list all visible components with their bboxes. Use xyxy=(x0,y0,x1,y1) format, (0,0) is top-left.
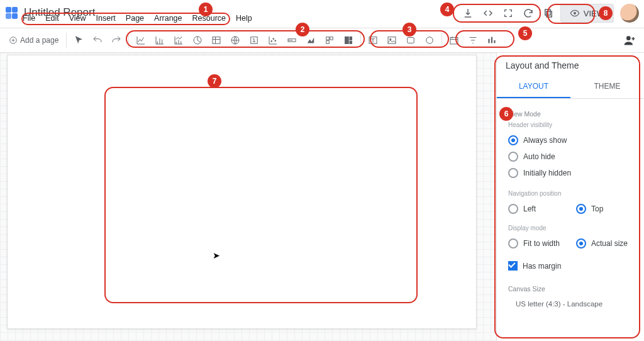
radio-auto-hide[interactable]: Auto hide xyxy=(508,148,644,165)
checkbox-has-margin[interactable]: Has margin xyxy=(508,258,644,274)
eye-icon xyxy=(570,8,580,18)
radio-icon xyxy=(508,238,518,249)
user-avatar[interactable] xyxy=(620,4,639,23)
section-header-visibility: Header visibility xyxy=(508,121,644,128)
svg-rect-1 xyxy=(545,9,550,15)
checkbox-icon xyxy=(508,261,518,271)
radio-icon xyxy=(508,204,518,214)
svg-rect-17 xyxy=(350,41,353,44)
radio-icon xyxy=(508,152,518,162)
date-range-icon[interactable] xyxy=(445,31,464,50)
fullscreen-icon[interactable] xyxy=(500,5,516,21)
rectangle-tool-icon[interactable] xyxy=(401,31,420,50)
chart-tools xyxy=(131,31,358,50)
radio-label: Auto hide xyxy=(523,152,555,161)
add-people-icon[interactable] xyxy=(621,32,638,48)
menu-help[interactable]: Help xyxy=(236,14,252,23)
canvas-size-value[interactable]: US letter (4:3) - Landscape xyxy=(508,296,644,308)
line-chart-icon[interactable] xyxy=(131,31,150,50)
svg-rect-0 xyxy=(547,11,552,17)
radio-nav-left[interactable]: Left xyxy=(508,201,576,217)
menu-view[interactable]: View xyxy=(69,14,86,23)
report-canvas[interactable] xyxy=(8,55,476,328)
scorecard-icon[interactable] xyxy=(245,31,264,50)
refresh-icon[interactable] xyxy=(520,5,536,21)
right-panel: Layout and Theme LAYOUT THEME View Mode … xyxy=(496,53,644,341)
panel-tabs: LAYOUT THEME xyxy=(497,75,644,99)
embed-icon[interactable] xyxy=(480,5,496,21)
panel-body: View Mode Header visibility Always show … xyxy=(497,99,644,313)
svg-point-24 xyxy=(626,36,631,40)
svg-rect-13 xyxy=(330,37,333,40)
svg-point-20 xyxy=(390,38,391,40)
download-icon[interactable] xyxy=(460,5,476,21)
bar-chart-icon[interactable] xyxy=(150,31,169,50)
add-page-label: Add a page xyxy=(20,36,58,45)
separator xyxy=(66,33,67,48)
redo-icon[interactable] xyxy=(107,31,126,50)
image-tool-icon[interactable] xyxy=(382,31,401,50)
section-canvas-size: Canvas Size xyxy=(508,285,644,293)
svg-rect-16 xyxy=(350,36,353,40)
filter-control-icon[interactable] xyxy=(464,31,482,50)
tab-layout[interactable]: LAYOUT xyxy=(497,75,570,98)
tab-theme[interactable]: THEME xyxy=(570,75,644,98)
canvas-area[interactable]: ➤ xyxy=(0,53,496,341)
svg-rect-23 xyxy=(450,38,458,45)
geo-chart-icon[interactable] xyxy=(226,31,245,50)
menu-file[interactable]: File xyxy=(23,14,35,23)
pivot-icon[interactable] xyxy=(320,31,339,50)
radio-nav-top[interactable]: Top xyxy=(576,201,644,217)
pie-chart-icon[interactable] xyxy=(188,31,207,50)
menu-edit[interactable]: Edit xyxy=(45,14,59,23)
radio-always-show[interactable]: Always show xyxy=(508,132,644,148)
header: Untitled Report File Edit View Insert Pa… xyxy=(0,0,644,24)
radio-label: Initially hidden xyxy=(523,169,571,177)
menubar: File Edit View Insert Page Arrange Resou… xyxy=(23,14,252,23)
view-button[interactable]: VIEW xyxy=(560,4,614,23)
checkbox-label: Has margin xyxy=(523,262,561,271)
radio-initially-hidden[interactable]: Initially hidden xyxy=(508,165,644,181)
radio-label: Top xyxy=(591,204,603,213)
section-view-mode: View Mode xyxy=(508,110,644,118)
combo-chart-icon[interactable] xyxy=(169,31,188,50)
menu-page[interactable]: Page xyxy=(126,14,144,23)
copy-icon[interactable] xyxy=(540,5,557,21)
select-tool-icon[interactable] xyxy=(69,31,88,50)
area-chart-icon[interactable] xyxy=(301,31,320,50)
cursor-icon: ➤ xyxy=(213,250,220,260)
section-navigation-position: Navigation position xyxy=(508,190,644,197)
data-control-icon[interactable] xyxy=(482,31,501,50)
svg-rect-21 xyxy=(408,38,414,43)
svg-point-9 xyxy=(273,38,274,40)
radio-icon xyxy=(576,238,586,249)
separator xyxy=(360,33,361,48)
bullet-chart-icon[interactable] xyxy=(282,31,301,50)
panel-title: Layout and Theme xyxy=(497,53,644,75)
radio-actual-size[interactable]: Actual size xyxy=(576,235,644,252)
scatter-chart-icon[interactable] xyxy=(264,31,282,50)
svg-rect-12 xyxy=(326,37,330,40)
svg-point-22 xyxy=(426,37,433,44)
svg-rect-19 xyxy=(388,37,396,44)
app-logo-icon xyxy=(5,6,18,19)
menu-arrange[interactable]: Arrange xyxy=(154,14,182,23)
radio-label: Fit to width xyxy=(523,239,560,248)
svg-rect-5 xyxy=(213,37,220,44)
treemap-icon[interactable] xyxy=(339,31,358,50)
add-page-button[interactable]: Add a page xyxy=(4,33,64,47)
toolbar: Add a page xyxy=(0,28,644,53)
circle-tool-icon[interactable] xyxy=(420,31,439,50)
radio-fit-width[interactable]: Fit to width xyxy=(508,235,576,252)
text-tool-icon[interactable] xyxy=(364,31,382,50)
radio-label: Left xyxy=(523,204,536,213)
radio-label: Actual size xyxy=(591,239,628,248)
menu-insert[interactable]: Insert xyxy=(96,14,116,23)
undo-icon[interactable] xyxy=(88,31,107,50)
table-chart-icon[interactable] xyxy=(207,31,226,50)
view-button-label: VIEW xyxy=(584,9,604,18)
menu-resource[interactable]: Resource xyxy=(192,14,226,23)
svg-rect-15 xyxy=(345,36,349,44)
svg-point-2 xyxy=(574,12,576,14)
radio-icon xyxy=(508,135,518,145)
